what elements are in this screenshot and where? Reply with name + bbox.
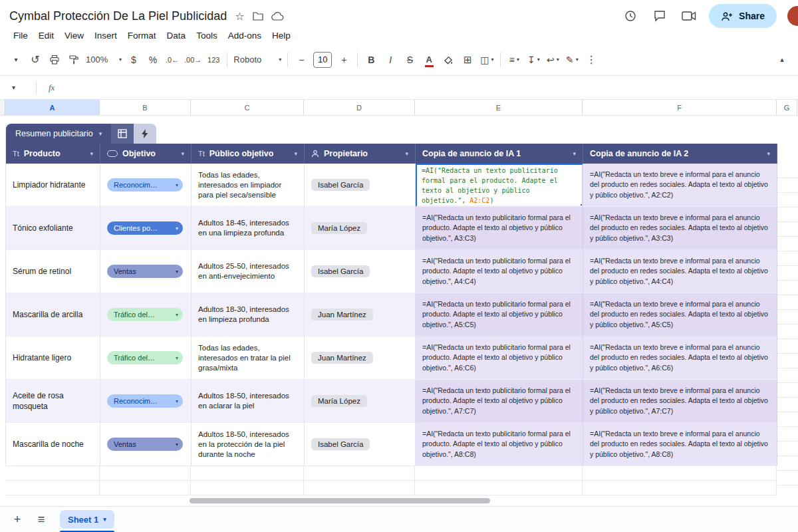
ia1-cell[interactable]: =AI("Redacta un texto publicitario forma… [416, 207, 583, 250]
italic-button[interactable]: I [381, 51, 400, 69]
empty-cells-right[interactable] [777, 164, 798, 495]
font-size-input[interactable]: 10 [313, 52, 332, 68]
objetivo-cell[interactable]: Tráfico del… ▾ [100, 293, 192, 336]
text-color-button[interactable]: A [420, 51, 438, 69]
propietario-cell[interactable]: Isabel García [305, 164, 416, 207]
zoom-select[interactable]: 100% ▾ [84, 51, 124, 69]
header-objetivo[interactable]: Objetivo ▾ [100, 144, 192, 164]
publico-cell[interactable]: Adultos 18-30, interesados en limpieza p… [192, 293, 305, 336]
objetivo-cell[interactable]: Reconocim… ▾ [100, 380, 192, 423]
print-button[interactable] [45, 51, 64, 69]
producto-cell[interactable]: Sérum de retinol [6, 250, 100, 293]
horizontal-scrollbar-thumb[interactable] [190, 498, 490, 503]
menu-add-ons[interactable]: Add-ons [223, 29, 267, 42]
ia1-cell[interactable]: =AI("Redacta un texto publicitario forma… [416, 423, 583, 466]
publico-cell[interactable]: Todas las edades, interesados en tratar … [192, 336, 305, 380]
empty-cell[interactable] [583, 481, 777, 495]
bold-button[interactable]: B [362, 51, 380, 69]
propietario-cell[interactable]: María López [305, 207, 416, 250]
name-box-caret-icon[interactable]: ▾ [12, 84, 27, 91]
paint-format-button[interactable] [65, 51, 83, 69]
format-currency-button[interactable]: $ [124, 51, 143, 69]
empty-cell[interactable] [5, 481, 100, 495]
meet-video-icon[interactable] [680, 7, 698, 25]
chevron-down-icon[interactable]: ▾ [405, 150, 408, 157]
ia1-cell[interactable]: =AI("Redacta un texto publicitario forma… [416, 336, 583, 380]
objetivo-chip[interactable]: Reconocim… ▾ [107, 178, 183, 192]
collapse-toolbar-icon[interactable]: ▴ [773, 51, 791, 69]
publico-cell[interactable]: Adultos 18-50, interesados en aclarar la… [192, 380, 305, 423]
objetivo-chip[interactable]: Tráfico del… ▾ [107, 351, 183, 364]
ia2-cell[interactable]: =AI("Redacta un texto breve e informal p… [583, 336, 777, 380]
empty-cell[interactable] [415, 466, 583, 481]
format-percent-button[interactable]: % [144, 51, 162, 69]
menu-help[interactable]: Help [267, 29, 296, 42]
chevron-down-icon[interactable]: ▾ [573, 150, 576, 157]
header-copia-ia-2[interactable]: Copia de anuncio de IA 2 ▾ [583, 144, 777, 164]
producto-cell[interactable]: Tónico exfoliante [6, 207, 100, 250]
header-propietario[interactable]: Propietario ▾ [305, 144, 416, 164]
producto-cell[interactable]: Limpiador hidratante [6, 164, 100, 207]
ia2-cell[interactable]: =AI("Redacta un texto breve e informal p… [583, 164, 777, 207]
empty-cell[interactable] [100, 481, 191, 495]
add-sheet-button[interactable]: + [8, 510, 27, 529]
increase-decimal-button[interactable]: .00→ [182, 51, 203, 69]
header-copia-ia-1[interactable]: Copia de anuncio de IA 1 ▾ [416, 144, 583, 164]
owner-chip[interactable]: Isabel García [311, 265, 370, 277]
publico-cell[interactable]: Todas las edades, interesados en limpiad… [192, 164, 305, 207]
publico-cell[interactable]: Adultos 18-45, interesados en una limpie… [192, 207, 305, 250]
fill-handle[interactable] [580, 203, 583, 207]
more-toolbar-icon[interactable]: ⋮ [582, 51, 600, 69]
merge-cells-button[interactable]: ◫ ▾ [477, 51, 496, 69]
column-header-c[interactable]: C [191, 100, 304, 115]
column-header-a[interactable]: A [5, 100, 100, 115]
ia2-cell[interactable]: =AI("Redacta un texto breve e informal p… [583, 293, 777, 336]
column-header-d[interactable]: D [304, 100, 415, 115]
strikethrough-button[interactable]: S [400, 51, 419, 69]
table-grid-button[interactable] [111, 124, 134, 144]
empty-cell[interactable] [5, 466, 100, 481]
grid-corner[interactable] [0, 100, 5, 115]
version-history-icon[interactable] [621, 7, 640, 25]
objetivo-chip[interactable]: Ventas ▾ [107, 438, 183, 451]
propietario-cell[interactable]: Isabel García [305, 250, 416, 293]
comments-icon[interactable] [650, 7, 669, 25]
empty-cell[interactable] [191, 466, 304, 481]
cloud-status-icon[interactable] [271, 12, 284, 21]
menu-file[interactable]: File [8, 29, 33, 42]
ia1-cell[interactable]: =AI("Redacta un texto publicitario forma… [416, 293, 583, 336]
header-publico-objetivo[interactable]: Tt Público objetivo ▾ [192, 144, 305, 164]
ia2-cell[interactable]: =AI("Redacta un texto breve e informal p… [583, 380, 777, 423]
column-header-f[interactable]: F [583, 100, 777, 115]
column-header-b[interactable]: B [100, 100, 191, 115]
header-producto[interactable]: Tt Producto ▾ [6, 144, 100, 164]
objetivo-cell[interactable]: Tráfico del… ▾ [100, 336, 192, 380]
empty-cell[interactable] [191, 481, 304, 495]
menu-data[interactable]: Data [162, 29, 192, 42]
menu-insert[interactable]: Insert [89, 29, 122, 42]
ia2-cell[interactable]: =AI("Redacta un texto breve e informal p… [583, 207, 777, 250]
decrease-decimal-button[interactable]: .0← [163, 51, 182, 69]
number-format-button[interactable]: 123 [204, 51, 223, 69]
pen-button[interactable]: ✎ ▾ [563, 51, 581, 69]
vertical-align-button[interactable]: ↧ ▾ [524, 51, 543, 69]
menu-view[interactable]: View [59, 29, 89, 42]
share-button[interactable]: Share [709, 4, 777, 28]
decrease-font-size-button[interactable]: − [292, 51, 311, 69]
ia1-cell[interactable]: =AI("Redacta un texto publicitario forma… [416, 164, 583, 207]
menu-edit[interactable]: Edit [33, 29, 59, 42]
producto-cell[interactable]: Aceite de rosa mosqueta [6, 380, 100, 423]
propietario-cell[interactable]: Juan Martínez [305, 293, 416, 336]
document-title[interactable]: Cymbal Protección De La Piel Publicidad [9, 9, 227, 23]
chevron-down-icon[interactable]: ▾ [90, 150, 93, 157]
objetivo-cell[interactable]: Ventas ▾ [100, 423, 192, 466]
objetivo-cell[interactable]: Clientes po… ▾ [100, 207, 192, 250]
owner-chip[interactable]: Isabel García [311, 179, 370, 191]
chevron-down-icon[interactable]: ▾ [767, 150, 770, 157]
ia1-cell[interactable]: =AI("Redacta un texto publicitario forma… [416, 380, 583, 423]
menu-format[interactable]: Format [122, 29, 162, 42]
owner-chip[interactable]: María López [311, 222, 367, 234]
undo-button[interactable]: ↺ [26, 51, 45, 69]
table-ai-button[interactable] [134, 124, 156, 144]
table-name-tab[interactable]: Resumen publicitario ▾ [6, 124, 111, 144]
